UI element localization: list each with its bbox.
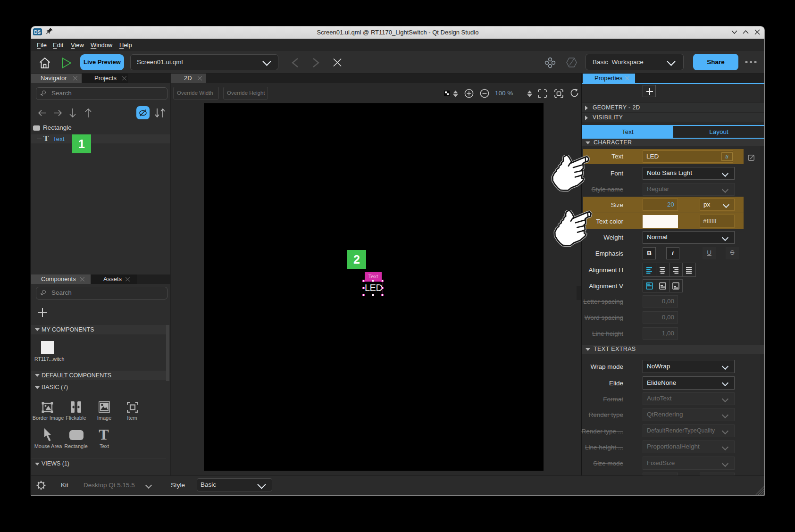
svg-text:DS: DS <box>34 30 41 35</box>
